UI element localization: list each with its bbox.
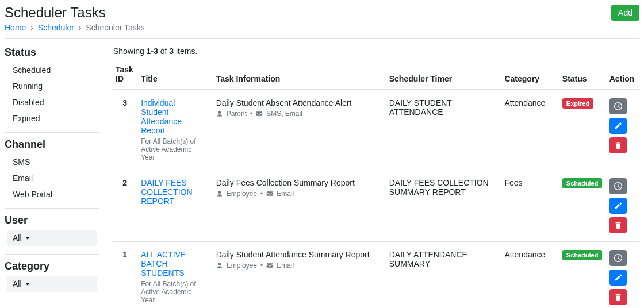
edit-button[interactable] <box>610 270 627 286</box>
page-title: Scheduler Tasks <box>5 5 145 21</box>
channels-label: SMS, Email <box>266 110 302 118</box>
table-row: 2 DAILY FEES COLLECTION REPORT Daily Fee… <box>113 170 639 242</box>
sidebar-divider <box>5 208 99 209</box>
envelope-icon <box>256 110 263 117</box>
edit-icon <box>614 274 622 282</box>
task-info-text: Daily Student Absent Attendance Alert <box>216 98 382 107</box>
col-action: Action <box>607 60 639 90</box>
cell-action <box>607 90 639 170</box>
sidebar: Status Scheduled Running Disabled Expire… <box>5 44 99 308</box>
cell-task-id: 1 <box>113 242 139 309</box>
cell-category: Attendance <box>502 90 559 170</box>
channels-label: Email <box>277 261 294 270</box>
col-task-id: Task ID <box>113 60 139 90</box>
separator-dot: • <box>260 261 263 270</box>
summary-range: 1-3 <box>147 47 158 56</box>
caret-down-icon <box>25 283 30 286</box>
clock-icon <box>614 102 622 110</box>
table-row: 1 ALL ACTIVE BATCH STUDENTS For All Batc… <box>113 242 639 309</box>
separator-dot: • <box>260 190 263 198</box>
breadcrumb: Home › Scheduler › Scheduler Tasks <box>5 23 145 32</box>
user-icon <box>216 110 223 117</box>
breadcrumb-home[interactable]: Home <box>5 23 26 32</box>
edit-button[interactable] <box>610 118 627 134</box>
cell-status: Scheduled <box>560 170 607 242</box>
cell-title: Individual Student Attendance Report For… <box>139 90 213 170</box>
category-dropdown[interactable]: All <box>7 276 97 292</box>
sidebar-item-expired[interactable]: Expired <box>5 110 99 126</box>
trash-icon <box>614 293 622 301</box>
delete-button[interactable] <box>610 137 627 153</box>
history-button[interactable] <box>610 250 627 266</box>
cell-timer: DAILY FEES COLLECTION SUMMARY REPORT <box>387 170 503 242</box>
status-badge: Expired <box>562 98 593 109</box>
caret-down-icon <box>25 237 30 240</box>
history-button[interactable] <box>610 98 627 114</box>
task-info-text: Daily Student Attendance Summary Report <box>216 250 382 259</box>
status-badge: Scheduled <box>562 250 603 260</box>
cell-title: DAILY FEES COLLECTION REPORT <box>139 170 213 242</box>
sidebar-divider <box>5 132 99 133</box>
envelope-icon <box>266 190 273 197</box>
main-content: Showing 1-3 of 3 items. Task ID Title Ta… <box>113 44 639 308</box>
cell-task-id: 3 <box>113 90 139 170</box>
summary-suffix: items. <box>174 47 197 56</box>
category-heading: Category <box>5 260 99 272</box>
cell-category: Fees <box>502 170 559 242</box>
col-title: Title <box>139 60 213 90</box>
task-title-link[interactable]: ALL ACTIVE BATCH STUDENTS <box>141 250 204 278</box>
user-dropdown-value: All <box>13 233 22 242</box>
summary-mid: of <box>158 47 169 56</box>
status-heading: Status <box>5 47 99 59</box>
cell-timer: DAILY STUDENT ATTENDANCE <box>387 90 503 170</box>
col-status: Status <box>560 60 607 90</box>
channel-heading: Channel <box>5 138 99 151</box>
tasks-table: Task ID Title Task Information Scheduler… <box>113 60 639 308</box>
user-icon <box>216 262 223 269</box>
channels-label: Email <box>277 190 294 198</box>
recipient-label: Employee <box>227 261 257 270</box>
sidebar-item-email[interactable]: Email <box>5 170 99 186</box>
user-heading: User <box>5 214 99 226</box>
history-button[interactable] <box>610 178 627 194</box>
results-summary: Showing 1-3 of 3 items. <box>113 47 639 56</box>
category-dropdown-value: All <box>13 279 22 288</box>
sidebar-item-running[interactable]: Running <box>5 78 99 94</box>
col-timer: Scheduler Timer <box>387 60 503 90</box>
breadcrumb-separator: › <box>30 23 33 32</box>
trash-icon <box>614 221 622 229</box>
cell-status: Expired <box>560 90 607 170</box>
col-category: Category <box>502 60 559 90</box>
delete-button[interactable] <box>610 289 627 305</box>
cell-info: Daily Student Attendance Summary Report … <box>214 242 387 309</box>
sidebar-item-scheduled[interactable]: Scheduled <box>5 62 99 78</box>
sidebar-divider <box>5 254 99 255</box>
user-dropdown[interactable]: All <box>7 230 97 246</box>
breadcrumb-current: Scheduler Tasks <box>86 23 144 32</box>
cell-info: Daily Fees Collection Summary Report Emp… <box>214 170 387 242</box>
sidebar-item-sms[interactable]: SMS <box>5 154 99 170</box>
task-title-link[interactable]: DAILY FEES COLLECTION REPORT <box>141 178 204 206</box>
status-badge: Scheduled <box>562 178 603 188</box>
channel-list: SMS Email Web Portal <box>5 154 99 202</box>
summary-prefix: Showing <box>113 47 147 56</box>
trash-icon <box>614 141 622 149</box>
recipient-label: Employee <box>227 190 257 198</box>
sidebar-item-disabled[interactable]: Disabled <box>5 94 99 110</box>
breadcrumb-scheduler[interactable]: Scheduler <box>38 23 74 32</box>
cell-category: Attendance <box>502 242 559 309</box>
envelope-icon <box>266 262 273 269</box>
recipient-label: Parent <box>227 110 247 118</box>
sidebar-item-webportal[interactable]: Web Portal <box>5 186 99 202</box>
table-row: 3 Individual Student Attendance Report F… <box>113 90 639 170</box>
clock-icon <box>614 182 622 190</box>
edit-button[interactable] <box>610 198 627 214</box>
edit-icon <box>614 202 622 210</box>
add-button[interactable]: Add <box>611 5 639 21</box>
cell-task-id: 2 <box>113 170 139 242</box>
task-info-text: Daily Fees Collection Summary Report <box>216 178 382 187</box>
cell-action <box>607 242 639 309</box>
user-icon <box>216 190 223 197</box>
task-title-link[interactable]: Individual Student Attendance Report <box>141 98 204 135</box>
delete-button[interactable] <box>610 217 627 233</box>
